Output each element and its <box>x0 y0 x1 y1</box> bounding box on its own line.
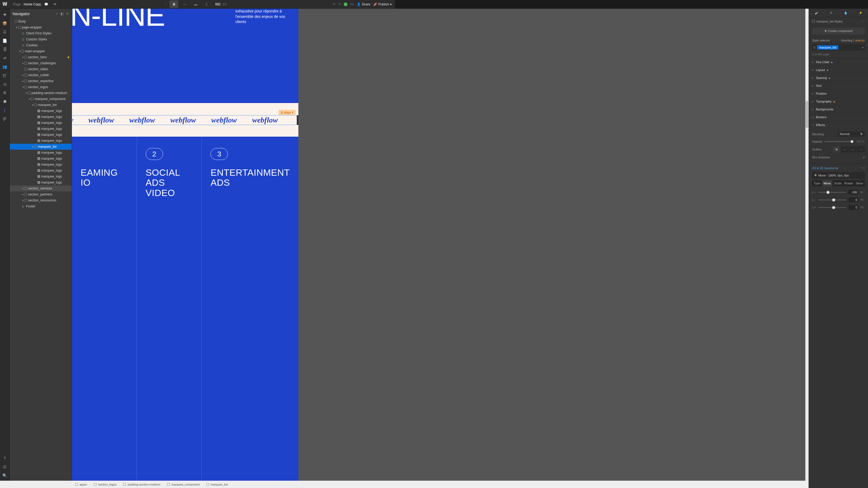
left-tool-rail: ✚ 📦 ☰ 📄 🗄 ⇄ 👥 🛒 🗂 ⚙ ⬢ ∫ {F ? ☑ 🔍 🎥 <box>0 9 10 222</box>
publish-button[interactable]: 🚀Publish▾ <box>373 2 392 6</box>
tree-node-marquee-component[interactable]: ▾marquee_component <box>10 96 72 102</box>
pin-icon[interactable]: ◧ <box>61 12 64 16</box>
tree-node-marquee-list[interactable]: ▾marquee_list <box>10 144 72 150</box>
service-card[interactable]: EAMINGIO <box>72 137 137 222</box>
tree-node-section-logos[interactable]: ▾section_logos <box>10 84 72 90</box>
tree-node-section-collab[interactable]: ▸section_collab <box>10 72 72 78</box>
navigator-tree[interactable]: Body▾page-wrapper⟨⟩Client-First Styles⟨⟩… <box>10 19 72 222</box>
variables-icon[interactable]: {F <box>1 115 9 123</box>
tree-node-body[interactable]: Body <box>10 19 72 24</box>
tree-node-marquee-logo[interactable]: marquee_logo <box>10 156 72 162</box>
services-cards: EAMINGIO 2 SOCIAL ADS VIDEO 3 ENTERTAINM… <box>72 137 299 222</box>
hero-paragraph[interactable]: exhaustive pour répondre à l'ensemble de… <box>236 9 287 25</box>
marquee-logo[interactable]: webflow <box>88 116 114 124</box>
marquee-logo[interactable]: webflow <box>129 116 155 124</box>
tree-node-marquee-logo[interactable]: marquee_logo <box>10 180 72 186</box>
canvas-wrapper: ON-LINE exhaustive pour répondre à l'ens… <box>72 9 395 222</box>
tree-node-cookies[interactable]: ⟨⟩Cookies <box>10 42 72 48</box>
assets-icon[interactable]: 🗂 <box>1 80 9 88</box>
marquee-list-selected[interactable]: webflow webflow webflow webflow webflow … <box>72 115 299 125</box>
card-title: EAMINGIO <box>81 167 128 188</box>
finsweet-icon[interactable]: ∫ <box>1 106 9 114</box>
ecommerce-icon[interactable]: 🛒 <box>1 72 9 79</box>
breakpoint-more-icon[interactable]: ⋮ <box>164 2 167 6</box>
settings-icon[interactable]: ⚙ <box>1 89 9 97</box>
tree-node-section-partners[interactable]: ▸section_partners <box>10 191 72 197</box>
tree-node-section-video[interactable]: section_video <box>10 66 72 72</box>
page-label: Page: <box>13 2 22 6</box>
tree-node-marquee-logo[interactable]: marquee_logo <box>10 150 72 156</box>
tree-node-client-first-styles[interactable]: ⟨⟩Client-First Styles <box>10 30 72 36</box>
align-badge[interactable]: |||Align▾ <box>279 110 296 115</box>
tree-node-section-services[interactable]: ▸section_services <box>10 186 72 191</box>
add-element-icon[interactable]: ✚ <box>1 11 9 19</box>
code-icon[interactable]: <> <box>350 2 354 6</box>
tree-node-marquee-logo[interactable]: marquee_logo <box>10 108 72 114</box>
viewport-width[interactable]: 992 <box>215 2 220 6</box>
topbar-left: W Page: Home Copy 💬 👁 <box>0 1 58 8</box>
marquee-logo[interactable]: webflow <box>72 116 73 124</box>
tree-node-marquee-logo[interactable]: marquee_logo <box>10 120 72 126</box>
collapse-icon[interactable]: ⤢ <box>55 12 58 16</box>
tree-node-marquee-logo[interactable]: marquee_logo <box>10 114 72 120</box>
tree-node-section-expertise[interactable]: ▸section_expertise <box>10 78 72 84</box>
topbar-right: ↶ ↷ <> 👤Share 🚀Publish▾ <box>333 2 395 6</box>
tree-node-padding-section-medium[interactable]: ▾padding-section-medium <box>10 90 72 96</box>
selection-drag-handle[interactable] <box>297 115 299 125</box>
tree-node-section-hero[interactable]: ▸section_hero⚡ <box>10 54 72 60</box>
service-card[interactable]: 3 ENTERTAINMENT ADS <box>202 137 299 222</box>
tree-node-marquee-logo[interactable]: marquee_logo <box>10 167 72 173</box>
tree-node-section-ressources[interactable]: ▸section_ressources <box>10 197 72 203</box>
design-canvas[interactable]: ON-LINE exhaustive pour répondre à l'ens… <box>72 9 299 222</box>
undo-icon[interactable]: ↶ <box>333 2 336 6</box>
tree-node-main-wrapper[interactable]: ▾main-wrapper <box>10 48 72 54</box>
hero-headline[interactable]: ON-LINE <box>72 9 165 30</box>
breakpoint-mobile[interactable]: ▯ <box>202 1 211 8</box>
marquee-logo[interactable]: webflow <box>211 116 237 124</box>
webflow-logo-icon[interactable]: W <box>1 1 9 8</box>
card-number: 2 <box>146 148 163 160</box>
tree-node-marquee-logo[interactable]: marquee_logo <box>10 138 72 144</box>
comments-icon[interactable]: 💬 <box>43 1 50 8</box>
navigator-panel: Navigator ⤢ ◧ ✕ Body▾page-wrapper⟨⟩Clien… <box>10 9 72 222</box>
close-icon[interactable]: ✕ <box>66 12 69 16</box>
breakpoint-desktop[interactable]: 🖥 <box>169 1 178 8</box>
breakpoint-switcher: ⋮ 🖥 ▭ ▬ ▯ 992 PX <box>58 1 333 8</box>
breakpoint-mobile-landscape[interactable]: ▬ <box>191 1 200 8</box>
card-title: SOCIAL ADS VIDEO <box>146 167 193 198</box>
navigator-title: Navigator <box>12 11 53 16</box>
card-title: ENTERTAINMENT ADS <box>211 167 290 188</box>
cms-icon[interactable]: 🗄 <box>1 45 9 53</box>
breakpoint-tablet[interactable]: ▭ <box>180 1 189 8</box>
tree-node-marquee-logo[interactable]: marquee_logo <box>10 173 72 180</box>
service-card[interactable]: 2 SOCIAL ADS VIDEO <box>137 137 202 222</box>
pages-icon[interactable]: 📄 <box>1 37 9 44</box>
status-indicator-icon[interactable] <box>344 2 347 6</box>
marquee-logo[interactable]: webflow <box>252 116 278 124</box>
top-bar: W Page: Home Copy 💬 👁 ⋮ 🖥 ▭ ▬ ▯ 992 PX ↶… <box>0 0 395 9</box>
tree-node-marquee-logo[interactable]: marquee_logo <box>10 126 72 132</box>
apps-icon[interactable]: ⬢ <box>1 98 9 105</box>
tree-node-footer[interactable]: ⟨⟩Footer <box>10 203 72 209</box>
logic-icon[interactable]: ⇄ <box>1 54 9 62</box>
navigator-icon[interactable]: ☰ <box>1 28 9 36</box>
tree-node-marquee-list[interactable]: ▾marquee_list <box>10 102 72 108</box>
tree-node-page-wrapper[interactable]: ▾page-wrapper <box>10 24 72 30</box>
tree-node-marquee-logo[interactable]: marquee_logo <box>10 162 72 167</box>
navigator-header: Navigator ⤢ ◧ ✕ <box>10 9 72 19</box>
marquee-logo[interactable]: webflow <box>170 116 196 124</box>
users-icon[interactable]: 👥 <box>1 63 9 70</box>
tree-node-section-challenges[interactable]: ▸section_challenges <box>10 60 72 66</box>
redo-icon[interactable]: ↷ <box>338 2 341 6</box>
share-button[interactable]: 👤Share <box>357 2 371 6</box>
components-icon[interactable]: 📦 <box>1 20 9 27</box>
card-number: 3 <box>211 148 228 160</box>
preview-icon[interactable]: 👁 <box>52 1 58 8</box>
page-name[interactable]: Home Copy <box>24 2 41 6</box>
viewport-unit: PX <box>223 3 227 6</box>
tree-node-custom-styles[interactable]: ⟨⟩Custom Styles <box>10 36 72 42</box>
tree-node-marquee-logo[interactable]: marquee_logo <box>10 132 72 138</box>
